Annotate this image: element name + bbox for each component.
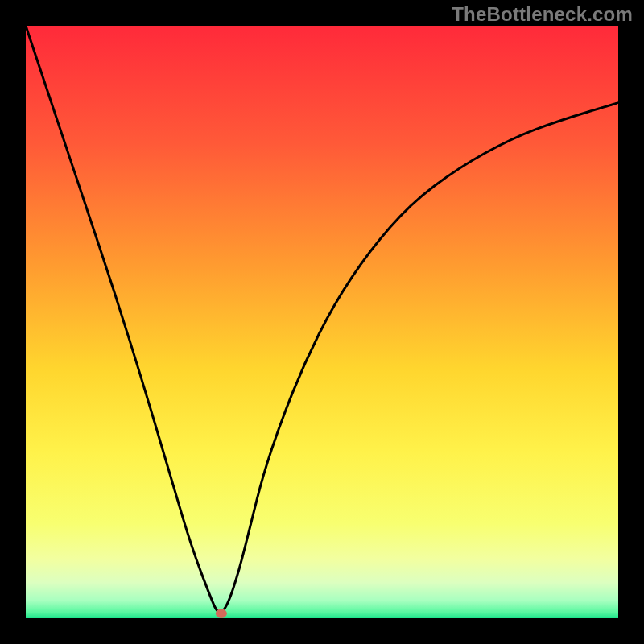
watermark-text: TheBottleneck.com [452, 3, 633, 26]
chart-svg [0, 0, 644, 644]
plot-background [26, 26, 618, 618]
plot-area [26, 26, 618, 618]
minimum-marker [216, 609, 227, 618]
chart-container: TheBottleneck.com [0, 0, 644, 644]
